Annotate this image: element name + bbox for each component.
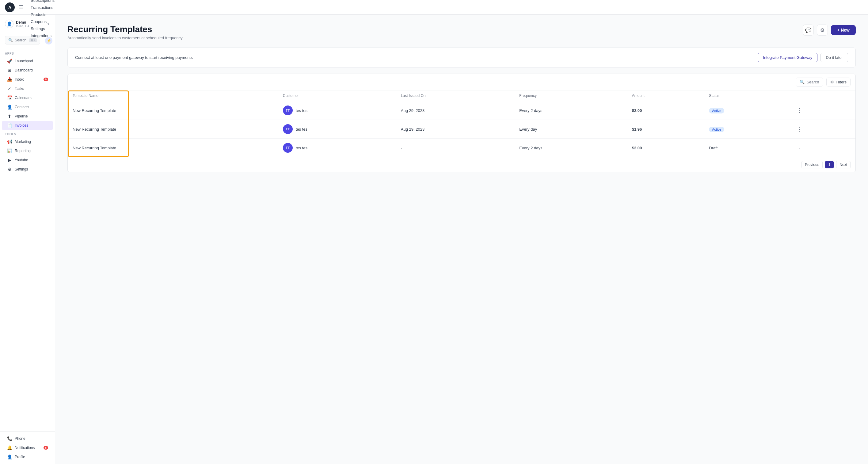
filter-button[interactable]: ⚙ Filters — [826, 78, 850, 86]
nav-item-integrations[interactable]: Integrations — [27, 32, 84, 39]
sidebar-item-label-dashboard: Dashboard — [15, 68, 33, 72]
search-icon: 🔍 — [8, 38, 13, 42]
row-0-frequency: Every 2 days — [514, 101, 627, 120]
col-header-last_issued: Last Issued On — [396, 90, 515, 101]
sidebar-item-notifications[interactable]: 🔔 Notifications6 — [2, 443, 53, 452]
table-search[interactable]: 🔍 Search — [796, 78, 823, 86]
settings-icon: ⚙ — [7, 167, 12, 172]
sidebar-item-label-reporting: Reporting — [15, 149, 31, 153]
do-it-later-button[interactable]: Do it later — [820, 53, 848, 62]
table-area: Template NameCustomerLast Issued OnFrequ… — [68, 90, 856, 157]
row-0-actions[interactable]: ⋮ — [790, 101, 856, 120]
nav-item-products[interactable]: Products — [27, 11, 84, 18]
customer-name-1: tes tes — [296, 127, 307, 132]
search-placeholder-text: Search — [806, 80, 819, 84]
current-page-button[interactable]: 1 — [825, 161, 834, 168]
banner-actions: Integrate Payment Gateway Do it later — [758, 53, 848, 62]
nav-item-subscriptions[interactable]: Subscriptions — [27, 0, 84, 4]
integrate-payment-button[interactable]: Integrate Payment Gateway — [758, 53, 817, 62]
customer-name-0: tes tes — [296, 108, 307, 113]
sidebar-item-label-contacts: Contacts — [15, 105, 29, 109]
invoices-icon: 📄 — [7, 123, 12, 128]
row-2-actions[interactable]: ⋮ — [790, 139, 856, 157]
action-menu-0[interactable]: ⋮ — [795, 107, 804, 114]
customer-name-2: tes tes — [296, 146, 307, 150]
phone-icon: 📞 — [7, 436, 12, 441]
top-navigation: A ☰ Invoices ▾Proposals & EstimatesNewOr… — [0, 0, 868, 15]
search-icon: 🔍 — [800, 80, 805, 84]
table-header-row: Template NameCustomerLast Issued OnFrequ… — [68, 90, 856, 101]
row-1-customer: TT tes tes — [278, 120, 396, 139]
sidebar-item-label-launchpad: Launchpad — [15, 59, 33, 63]
sidebar-item-contacts[interactable]: 👤 Contacts — [2, 103, 53, 112]
page-header: Recurring Templates Automatically send i… — [67, 25, 856, 40]
feedback-button[interactable]: 💬 — [803, 25, 814, 35]
row-1-template-name: New Recurring Template — [68, 120, 278, 139]
row-1-status: Active — [704, 120, 790, 139]
table-row[interactable]: New Recurring Template TT tes tes -Every… — [68, 139, 856, 157]
row-0-last-issued: Aug 29, 2023 — [396, 101, 515, 120]
sidebar-item-profile[interactable]: 👤 Profile — [2, 452, 53, 462]
row-2-template-name: New Recurring Template — [68, 139, 278, 157]
action-menu-1[interactable]: ⋮ — [795, 125, 804, 133]
dashboard-icon: ⊞ — [7, 68, 12, 73]
sidebar: 👤 Demo Irvine, CA ▼ 🔍 Search ⌘K ⚡ Apps 🚀… — [0, 15, 55, 464]
row-1-actions[interactable]: ⋮ — [790, 120, 856, 139]
sidebar-item-launchpad[interactable]: 🚀 Launchpad — [2, 56, 53, 66]
avatar-1: TT — [283, 124, 293, 134]
main-layout: 👤 Demo Irvine, CA ▼ 🔍 Search ⌘K ⚡ Apps 🚀… — [0, 15, 868, 464]
sidebar-item-label-tasks: Tasks — [15, 86, 24, 91]
customer-cell-1: TT tes tes — [283, 124, 391, 134]
sidebar-item-phone[interactable]: 📞 Phone — [2, 434, 53, 443]
apps-section-label: Apps — [0, 49, 55, 56]
next-page-button[interactable]: Next — [836, 161, 850, 168]
previous-page-button[interactable]: Previous — [802, 161, 823, 168]
filter-label: Filters — [836, 80, 846, 84]
sidebar-item-dashboard[interactable]: ⊞ Dashboard — [2, 66, 53, 75]
action-menu-2[interactable]: ⋮ — [795, 144, 804, 151]
banner-text: Connect at least one payment gateway to … — [75, 55, 193, 60]
col-header-template_name: Template Name — [68, 90, 278, 101]
tasks-icon: ✓ — [7, 86, 12, 91]
page-header-actions: 💬 ⚙ + New — [803, 25, 856, 35]
sidebar-item-invoices[interactable]: 📄 Invoices — [2, 121, 53, 130]
row-2-customer: TT tes tes — [278, 139, 396, 157]
row-1-last-issued: Aug 29, 2023 — [396, 120, 515, 139]
sidebar-item-marketing[interactable]: 📢 Marketing — [2, 137, 53, 146]
new-button[interactable]: + New — [831, 25, 856, 35]
nav-item-settings[interactable]: Settings — [27, 25, 84, 32]
page-title-area: Recurring Templates Automatically send i… — [67, 25, 183, 40]
table-body: New Recurring Template TT tes tes Aug 29… — [68, 101, 856, 157]
settings-button[interactable]: ⚙ — [817, 25, 828, 35]
pipeline-icon: ⬆ — [7, 114, 12, 119]
nav-item-transactions[interactable]: Transactions — [27, 4, 84, 11]
row-1-frequency: Every day — [514, 120, 627, 139]
sidebar-item-tasks[interactable]: ✓ Tasks — [2, 84, 53, 93]
sidebar-item-label-notifications: Notifications — [15, 445, 35, 450]
row-2-last-issued: - — [396, 139, 515, 157]
table-row[interactable]: New Recurring Template TT tes tes Aug 29… — [68, 101, 856, 120]
row-2-status: Draft — [704, 139, 790, 157]
sidebar-item-label-settings: Settings — [15, 167, 28, 171]
col-header-customer: Customer — [278, 90, 396, 101]
data-table: Template NameCustomerLast Issued OnFrequ… — [68, 90, 856, 157]
table-row[interactable]: New Recurring Template TT tes tes Aug 29… — [68, 120, 856, 139]
avatar-2: TT — [283, 143, 293, 153]
sidebar-item-label-phone: Phone — [15, 436, 25, 441]
row-0-customer: TT tes tes — [278, 101, 396, 120]
sidebar-item-reporting[interactable]: 📊 Reporting — [2, 146, 53, 155]
hamburger-menu[interactable]: ☰ — [19, 4, 23, 11]
sidebar-bottom: 📞 Phone🔔 Notifications6👤 Profile — [0, 431, 55, 462]
nav-item-coupons[interactable]: Coupons — [27, 18, 84, 25]
sidebar-item-settings[interactable]: ⚙ Settings — [2, 165, 53, 174]
row-2-amount: $2.00 — [627, 139, 704, 157]
status-badge-1: Active — [709, 127, 724, 132]
sidebar-apps: 🚀 Launchpad⊞ Dashboard📥 Inbox0✓ Tasks📅 C… — [0, 56, 55, 130]
sidebar-item-pipeline[interactable]: ⬆ Pipeline — [2, 112, 53, 121]
inbox-icon: 📥 — [7, 77, 12, 82]
sidebar-item-youtube[interactable]: ▶ Youtube — [2, 155, 53, 165]
sidebar-item-calendars[interactable]: 📅 Calendars — [2, 93, 53, 103]
sidebar-item-inbox[interactable]: 📥 Inbox0 — [2, 75, 53, 84]
sidebar-item-label-pipeline: Pipeline — [15, 114, 28, 118]
inbox-badge: 0 — [43, 78, 48, 81]
